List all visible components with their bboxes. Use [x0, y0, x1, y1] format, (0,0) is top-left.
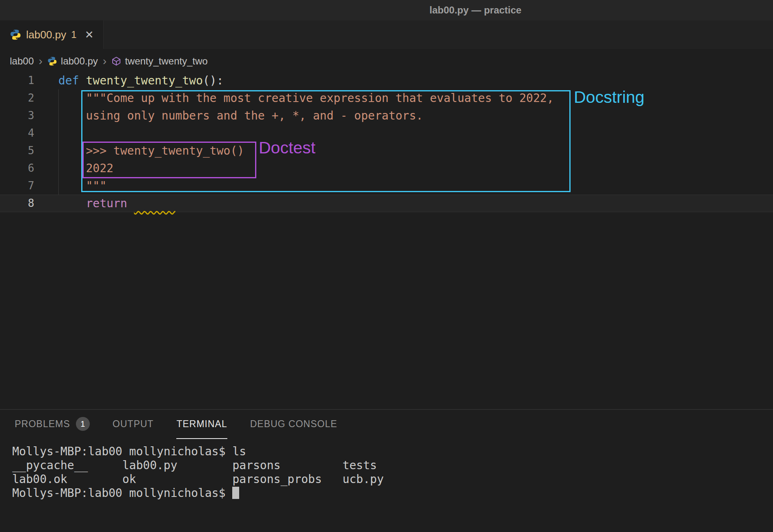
line-number: 2 — [0, 89, 34, 107]
indent-guide — [58, 89, 59, 195]
symbol-box-icon — [111, 56, 121, 66]
code-line-3[interactable]: 3 using only numbers and the +, *, and -… — [0, 107, 773, 124]
breadcrumb: lab00› lab00.py› twenty_twenty_two — [0, 49, 773, 69]
code-line-8[interactable]: 8 return — [0, 195, 773, 212]
window-title: lab00.py — practice — [429, 0, 521, 20]
code-text: using only numbers and the +, *, and - o… — [34, 107, 423, 124]
chevron-right-icon: › — [103, 55, 107, 67]
code-line-2[interactable]: 2 """Come up with the most creative expr… — [0, 89, 773, 107]
breadcrumb-label: lab00 — [10, 55, 34, 67]
line-number: 6 — [0, 160, 34, 177]
breadcrumb-label: lab00.py — [61, 55, 98, 67]
panel-tab-bar: PROBLEMS1OUTPUTTERMINALDEBUG CONSOLE — [0, 410, 773, 439]
problems-count-badge: 1 — [76, 417, 90, 431]
code-editor[interactable]: 1def twenty_twenty_two():2 """Come up wi… — [0, 69, 773, 409]
breadcrumb-item-lab00-py[interactable]: lab00.py — [47, 55, 98, 67]
line-number: 3 — [0, 107, 34, 124]
panel-tab-terminal[interactable]: TERMINAL — [176, 410, 227, 439]
panel-tab-label: PROBLEMS — [15, 419, 70, 430]
panel-tab-problems[interactable]: PROBLEMS1 — [15, 410, 90, 439]
bottom-panel: PROBLEMS1OUTPUTTERMINALDEBUG CONSOLE Mol… — [0, 409, 773, 532]
code-text: return — [34, 195, 175, 212]
chevron-right-icon: › — [39, 55, 42, 67]
code-lines: 1def twenty_twenty_two():2 """Come up wi… — [0, 69, 773, 409]
line-number: 1 — [0, 72, 34, 89]
code-text: """Come up with the most creative expres… — [34, 89, 554, 107]
vscode-window: lab00.py — practice lab00.py 1 ✕ lab00› … — [0, 0, 773, 532]
tab-dirty-count: 1 — [71, 29, 76, 40]
python-icon — [47, 56, 57, 66]
titlebar: lab00.py — practice — [0, 0, 773, 20]
code-text: def twenty_twenty_two(): — [34, 72, 224, 89]
panel-tab-debug-console[interactable]: DEBUG CONSOLE — [250, 410, 338, 439]
line-number: 8 — [0, 195, 34, 212]
line-number: 5 — [0, 142, 34, 160]
code-text: 2022 — [34, 160, 113, 177]
terminal-line: Mollys-MBP:lab00 mollynicholas$ ls — [12, 445, 773, 459]
code-text: """ — [34, 177, 107, 195]
panel-tab-label: TERMINAL — [176, 419, 227, 430]
tab-label: lab00.py — [26, 29, 66, 41]
terminal-line: __pycache__ lab00.py parsons tests — [12, 459, 773, 472]
terminal-line: lab00.ok ok parsons_probs ucb.py — [12, 472, 773, 486]
panel-tab-output[interactable]: OUTPUT — [113, 410, 154, 439]
breadcrumb-item-lab00[interactable]: lab00 — [10, 55, 34, 67]
warning-squiggle — [134, 197, 175, 210]
code-line-6[interactable]: 6 2022 — [0, 160, 773, 177]
code-text — [34, 124, 58, 142]
breadcrumb-label: twenty_twenty_two — [125, 55, 208, 67]
tab-bar: lab00.py 1 ✕ — [0, 20, 773, 49]
panel-tab-label: DEBUG CONSOLE — [250, 419, 338, 430]
terminal-cursor — [232, 487, 239, 499]
close-icon[interactable]: ✕ — [85, 29, 94, 41]
tab-lab00-py[interactable]: lab00.py 1 ✕ — [0, 20, 104, 49]
code-line-7[interactable]: 7 """ — [0, 177, 773, 195]
panel-tab-label: OUTPUT — [113, 419, 154, 430]
breadcrumb-item-twenty-twenty-two[interactable]: twenty_twenty_two — [111, 55, 208, 67]
line-number: 7 — [0, 177, 34, 195]
terminal[interactable]: Mollys-MBP:lab00 mollynicholas$ ls__pyca… — [0, 439, 773, 500]
line-number: 4 — [0, 124, 34, 142]
code-line-5[interactable]: 5 >>> twenty_twenty_two() — [0, 142, 773, 160]
code-line-1[interactable]: 1def twenty_twenty_two(): — [0, 72, 773, 89]
terminal-line: Mollys-MBP:lab00 mollynicholas$ — [12, 486, 773, 500]
python-icon — [10, 29, 21, 40]
code-line-4[interactable]: 4 — [0, 124, 773, 142]
code-text: >>> twenty_twenty_two() — [34, 142, 244, 160]
